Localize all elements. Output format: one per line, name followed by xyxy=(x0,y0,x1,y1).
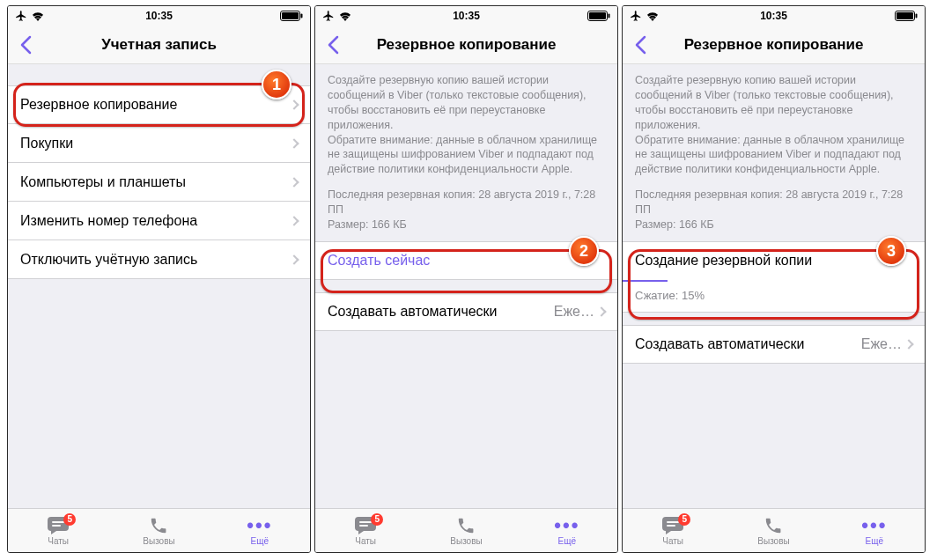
wifi-icon xyxy=(646,11,660,21)
last-backup-line2: Размер: 166 КБ xyxy=(635,217,912,232)
backup-info-text: Создайте резервную копию вашей истории с… xyxy=(623,64,925,181)
chat-icon: 5 xyxy=(46,516,70,535)
airplane-icon xyxy=(15,10,27,22)
row-auto-backup[interactable]: Создавать автоматически Еже… xyxy=(315,292,617,331)
back-button[interactable] xyxy=(8,26,43,64)
phone-screen-2: 10:35 Резервное копирование Создайте рез… xyxy=(314,5,618,553)
chats-badge: 5 xyxy=(678,513,690,526)
svg-rect-1 xyxy=(282,12,299,19)
tab-more[interactable]: ••• Ещё xyxy=(824,509,925,552)
chevron-right-icon xyxy=(289,216,299,225)
chat-icon: 5 xyxy=(353,516,378,535)
status-time: 10:35 xyxy=(145,10,173,22)
battery-icon xyxy=(280,11,303,21)
tab-calls[interactable]: Вызовы xyxy=(723,509,823,552)
tab-more[interactable]: ••• Ещё xyxy=(517,509,617,552)
svg-rect-14 xyxy=(667,525,675,527)
chevron-right-icon xyxy=(289,138,299,148)
row-label: Создание резервной копии xyxy=(635,253,912,269)
page-title: Учетная запись xyxy=(8,36,310,54)
wifi-icon xyxy=(31,11,45,21)
content-area: Создайте резервную копию вашей истории с… xyxy=(623,64,925,508)
svg-rect-11 xyxy=(896,12,913,19)
svg-rect-9 xyxy=(359,525,368,527)
chevron-right-icon xyxy=(289,99,299,109)
chevron-right-icon xyxy=(596,306,606,316)
back-button[interactable] xyxy=(315,26,350,64)
page-title: Резервное копирование xyxy=(315,36,617,54)
row-change-number[interactable]: Изменить номер телефона xyxy=(8,202,310,240)
progress-row: Сжатие: 15% xyxy=(623,280,925,313)
row-create-now[interactable]: Создать сейчас xyxy=(315,241,617,280)
row-label: Создавать автоматически xyxy=(635,336,861,352)
more-icon: ••• xyxy=(862,516,887,535)
svg-rect-4 xyxy=(52,525,61,527)
row-creating-backup: Создание резервной копии xyxy=(623,241,925,280)
status-time: 10:35 xyxy=(453,10,480,22)
chat-icon: 5 xyxy=(660,516,685,535)
status-bar: 10:35 xyxy=(8,6,310,26)
chevron-right-icon xyxy=(904,339,913,349)
tab-label: Чаты xyxy=(662,536,683,546)
battery-icon xyxy=(587,11,610,21)
nav-header: Резервное копирование xyxy=(315,26,617,64)
svg-rect-3 xyxy=(52,521,64,523)
progress-bar xyxy=(623,280,668,282)
svg-rect-12 xyxy=(916,14,918,18)
row-label: Изменить номер телефона xyxy=(20,213,291,229)
backup-info-text: Создайте резервную копию вашей истории с… xyxy=(315,64,617,181)
tab-label: Ещё xyxy=(251,536,269,546)
phone-screen-1: 10:35 Учетная запись Резервное копирован… xyxy=(7,5,311,553)
phone-icon xyxy=(454,516,478,535)
row-deactivate[interactable]: Отключить учётную запись xyxy=(8,240,310,279)
chats-badge: 5 xyxy=(371,513,383,526)
row-auto-backup[interactable]: Создавать автоматически Еже… xyxy=(623,325,925,364)
airplane-icon xyxy=(322,10,335,22)
tab-chats[interactable]: 5 Чаты xyxy=(8,509,108,552)
last-backup-info: Последняя резервная копия: 28 августа 20… xyxy=(623,181,925,241)
wifi-icon xyxy=(338,11,352,21)
row-value: Еже… xyxy=(861,336,902,352)
chevron-right-icon xyxy=(289,254,299,264)
progress-text: Сжатие: 15% xyxy=(635,289,705,302)
phone-screen-3: 10:35 Резервное копирование Создайте рез… xyxy=(622,5,926,553)
more-icon: ••• xyxy=(555,516,579,535)
tab-more[interactable]: ••• Ещё xyxy=(210,509,310,552)
last-backup-info: Последняя резервная копия: 28 августа 20… xyxy=(315,181,617,241)
svg-rect-6 xyxy=(589,12,606,19)
svg-rect-13 xyxy=(667,521,679,523)
row-devices[interactable]: Компьютеры и планшеты xyxy=(8,163,310,202)
tab-label: Ещё xyxy=(558,536,576,546)
status-bar: 10:35 xyxy=(623,6,925,26)
svg-rect-8 xyxy=(359,521,372,523)
row-purchases[interactable]: Покупки xyxy=(8,124,310,163)
tab-bar: 5 Чаты Вызовы ••• Ещё xyxy=(623,508,925,552)
tab-bar: 5 Чаты Вызовы ••• Ещё xyxy=(315,508,617,552)
row-backup[interactable]: Резервное копирование xyxy=(8,85,310,124)
airplane-icon xyxy=(630,10,642,22)
tab-calls[interactable]: Вызовы xyxy=(108,509,209,552)
tab-label: Ещё xyxy=(866,536,883,546)
row-label: Резервное копирование xyxy=(20,97,291,113)
chevron-right-icon xyxy=(289,177,299,187)
last-backup-line1: Последняя резервная копия: 28 августа 20… xyxy=(328,188,605,217)
tab-label: Вызовы xyxy=(450,536,482,546)
status-time: 10:35 xyxy=(760,10,787,22)
phone-icon xyxy=(146,516,171,535)
back-button[interactable] xyxy=(623,26,658,64)
more-icon: ••• xyxy=(247,516,272,535)
content-area: Резервное копирование Покупки Компьютеры… xyxy=(8,64,310,508)
svg-rect-7 xyxy=(609,14,610,18)
page-title: Резервное копирование xyxy=(623,36,925,54)
chats-badge: 5 xyxy=(63,513,76,526)
tab-chats[interactable]: 5 Чаты xyxy=(315,509,416,552)
row-label: Компьютеры и планшеты xyxy=(20,174,291,190)
tab-bar: 5 Чаты Вызовы ••• Ещё xyxy=(8,508,310,552)
last-backup-line1: Последняя резервная копия: 28 августа 20… xyxy=(635,188,912,217)
tab-calls[interactable]: Вызовы xyxy=(416,509,516,552)
row-label: Создавать автоматически xyxy=(328,304,554,320)
status-bar: 10:35 xyxy=(315,6,617,26)
row-value: Еже… xyxy=(554,304,594,320)
tab-chats[interactable]: 5 Чаты xyxy=(623,509,723,552)
nav-header: Резервное копирование xyxy=(623,26,925,64)
